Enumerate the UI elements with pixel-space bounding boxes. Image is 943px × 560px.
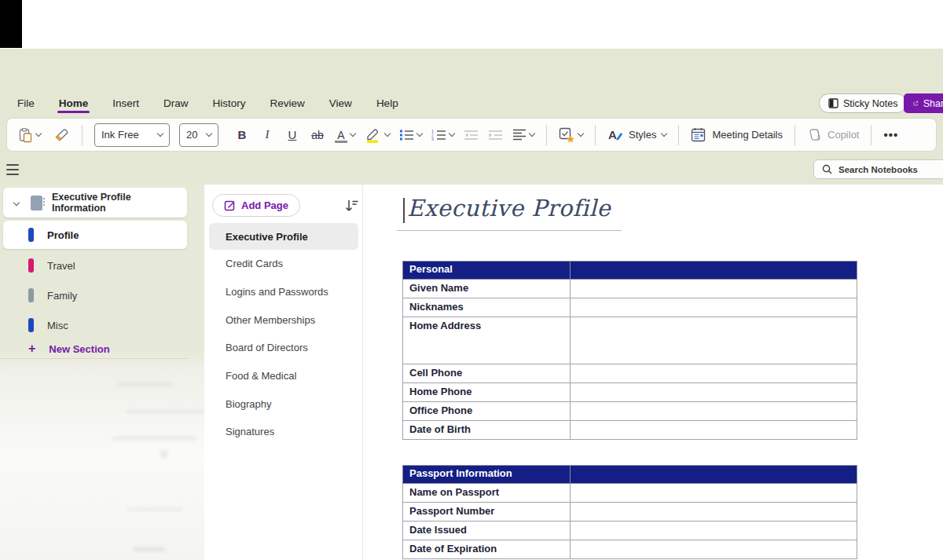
row-value-cell[interactable]	[571, 484, 857, 503]
page-item[interactable]: Food & Medical	[204, 362, 363, 390]
sticky-notes-button[interactable]: Sticky Notes	[819, 93, 907, 113]
row-value-cell[interactable]	[571, 280, 857, 298]
paste-button[interactable]	[18, 127, 41, 143]
tab-home[interactable]: Home	[57, 94, 90, 115]
font-color-button[interactable]: A	[335, 129, 355, 141]
row-value-cell[interactable]	[571, 421, 857, 440]
copilot-button[interactable]: Copilot	[807, 128, 859, 142]
workspace: Executive Profile Information ProfileTra…	[0, 185, 943, 560]
row-value-cell[interactable]	[571, 522, 857, 540]
styles-button[interactable]: A Styles	[607, 127, 666, 143]
tab-view[interactable]: View	[328, 94, 354, 115]
table-row: Passport Number	[403, 503, 857, 522]
row-value-cell[interactable]	[571, 540, 857, 559]
chevron-down-icon	[13, 199, 20, 206]
row-label-cell[interactable]: Date of Expiration	[403, 540, 571, 559]
italic-button[interactable]: I	[259, 128, 275, 141]
row-value-cell[interactable]	[571, 298, 857, 317]
row-value-cell[interactable]	[571, 402, 857, 421]
row-label-cell[interactable]: Office Phone	[403, 402, 571, 421]
row-label-cell[interactable]: Home Phone	[403, 383, 571, 402]
outdent-button[interactable]	[464, 130, 479, 141]
highlighter-button[interactable]	[365, 127, 390, 143]
font-name-select[interactable]: Ink Free	[94, 123, 170, 147]
outdent-icon	[464, 130, 479, 141]
sort-pages-icon[interactable]	[345, 199, 358, 213]
page-item[interactable]: Biography	[204, 390, 363, 418]
font-size-value: 20	[186, 129, 197, 141]
tab-history[interactable]: History	[211, 94, 248, 115]
note-canvas[interactable]: Executive Profile PersonalGiven NameNick…	[363, 185, 943, 560]
share-button[interactable]: Share	[904, 93, 943, 113]
row-label-cell[interactable]: Nicknames	[403, 298, 571, 317]
font-size-select[interactable]: 20	[179, 123, 218, 147]
styles-icon: A	[607, 127, 623, 143]
row-label-cell[interactable]: Given Name	[403, 280, 571, 298]
tab-file[interactable]: File	[16, 94, 36, 115]
add-page-icon	[224, 199, 236, 211]
row-label-cell[interactable]: Date Issued	[403, 522, 571, 540]
page-item[interactable]: Logins and Passwords	[204, 278, 363, 306]
toolbar-divider	[794, 125, 795, 145]
page-item[interactable]: Board of Directors	[204, 334, 363, 362]
sidebar-item-profile[interactable]: Profile	[3, 221, 187, 249]
section-label: Travel	[47, 260, 75, 272]
bullet-list-button[interactable]	[399, 129, 422, 141]
table-row: Name on Passport	[403, 484, 857, 503]
row-value-cell[interactable]	[571, 364, 857, 383]
table-header-cell[interactable]: Passport Information	[403, 466, 571, 484]
numbered-list-button[interactable]: 123	[431, 129, 454, 141]
tags-button[interactable]	[559, 127, 583, 143]
table-header-cell[interactable]	[571, 466, 857, 484]
tab-review[interactable]: Review	[269, 94, 306, 115]
alignment-button[interactable]	[512, 129, 534, 141]
tab-draw[interactable]: Draw	[162, 94, 190, 115]
table-row: Nicknames	[403, 298, 857, 317]
row-label-cell[interactable]: Cell Phone	[403, 364, 571, 383]
more-options-button[interactable]: •••	[883, 128, 898, 141]
page-title[interactable]: Executive Profile	[407, 195, 611, 221]
format-painter-icon	[53, 127, 70, 142]
page-item[interactable]: Executive Profile	[209, 223, 358, 250]
strikethrough-button[interactable]: ab	[310, 129, 325, 141]
search-notebooks-box[interactable]: Search Notebooks	[813, 159, 943, 179]
table-row: Cell Phone	[403, 364, 857, 383]
sidebar-item-travel[interactable]: Travel	[3, 251, 187, 280]
indent-button[interactable]	[488, 130, 503, 141]
row-label-cell[interactable]: Home Address	[403, 317, 571, 364]
svg-text:3: 3	[431, 137, 434, 141]
row-value-cell[interactable]	[571, 503, 857, 522]
tab-help[interactable]: Help	[375, 94, 400, 115]
new-section-label: New Section	[49, 343, 109, 355]
row-value-cell[interactable]	[571, 383, 857, 402]
hamburger-menu-icon[interactable]	[6, 164, 19, 175]
copilot-label: Copilot	[827, 129, 859, 141]
section-color-tab	[28, 258, 34, 273]
row-label-cell[interactable]: Passport Number	[403, 503, 571, 522]
bold-button[interactable]: B	[234, 128, 250, 141]
page-item[interactable]: Credit Cards	[204, 250, 363, 278]
notebook-header[interactable]: Executive Profile Information	[3, 188, 187, 218]
table-header-cell[interactable]: Personal	[403, 262, 571, 280]
row-label-cell[interactable]: Date of Birth	[403, 421, 571, 440]
table-header-row: Personal	[403, 262, 857, 280]
align-left-icon	[512, 129, 527, 141]
highlighter-icon	[365, 127, 382, 143]
format-painter-button[interactable]	[53, 127, 70, 142]
tab-insert[interactable]: Insert	[111, 94, 141, 115]
sidebar-item-family[interactable]: Family	[3, 280, 187, 310]
page-list: Executive ProfileCredit CardsLogins and …	[204, 223, 363, 446]
page-item[interactable]: Other Memberships	[204, 306, 363, 334]
sidebar-item-misc[interactable]: Misc	[3, 310, 187, 340]
meeting-details-button[interactable]: Meeting Details	[691, 127, 783, 142]
add-page-button[interactable]: Add Page	[212, 194, 300, 217]
underline-button[interactable]: U	[284, 128, 300, 141]
row-label-cell[interactable]: Name on Passport	[403, 484, 571, 503]
ghost-mark	[127, 508, 182, 511]
bullet-list-icon	[399, 129, 414, 141]
table-header-cell[interactable]	[571, 262, 857, 280]
content-table: PersonalGiven NameNicknamesHome AddressC…	[402, 261, 857, 440]
new-section-button[interactable]: + New Section	[3, 340, 187, 357]
row-value-cell[interactable]	[571, 317, 857, 364]
page-item[interactable]: Signatures	[204, 418, 363, 446]
